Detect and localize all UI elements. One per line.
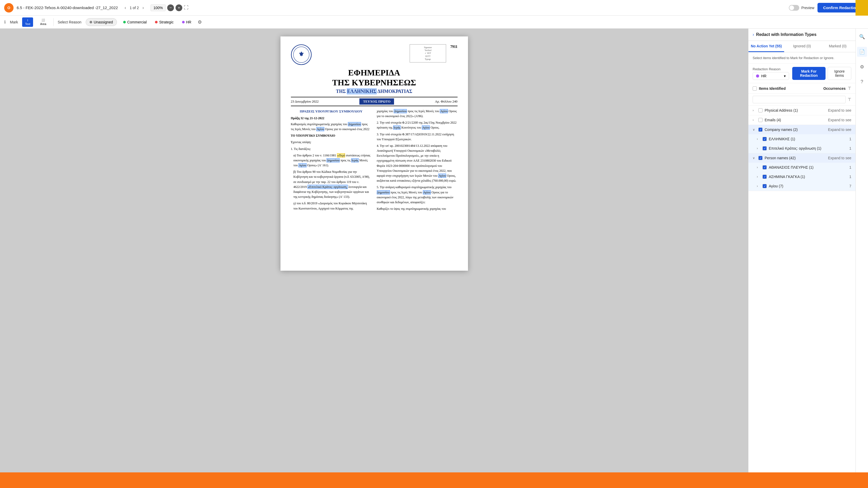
unassigned-pill[interactable]: Unassigned [86,18,117,26]
page-info: 1 of 2 [130,6,139,10]
emails-name: Emails (4) [765,118,826,122]
emails-count: Expand to see [828,118,851,122]
ignore-items-button[interactable]: Ignore Items [828,67,851,80]
chevron-right-icon: › [757,175,761,178]
item-group-person-names: ∨ Person names (42) Expand to see › ΑΘΑΝ… [748,153,856,191]
unassigned-label: Unassigned [94,20,113,24]
preview-switch[interactable] [789,5,799,11]
search-filter-icon[interactable]: ⊤ [848,97,851,102]
search-row: ⊤ [748,94,856,106]
area-tool-button[interactable]: ⬜ Area [37,17,49,27]
physical-address-checkbox[interactable] [758,108,763,112]
list-item[interactable]: › Επιτελικό Κράτος: οργάνωση (1) 1 [748,144,856,153]
document-sidebar-icon[interactable]: 📄 [857,47,867,57]
tab-ignored[interactable]: Ignored (0) [784,41,820,52]
panel-content: › Redact with Information Types No Actio… [748,29,856,473]
hl-ieras: Ιεράς [351,158,359,162]
redaction-reason-group: Redaction Reason HR ▾ [753,67,789,80]
next-page-button[interactable]: › [141,4,145,11]
select-all-checkbox[interactable] [753,87,757,91]
body-right-1: χορηγίας του Δημοσίου προς τις Ιερές Μον… [377,109,458,119]
epiteli-count: 1 [849,146,851,151]
panel-header: › Redact with Information Types [748,29,856,41]
hr-option[interactable]: HR [180,19,193,25]
settings-sidebar-icon[interactable]: ⚙ [858,62,866,72]
list-item[interactable]: › Αγίου (7) 7 [748,182,856,191]
zoom-in-button[interactable]: + [176,4,182,11]
list-item[interactable]: ∨ Company names (2) Expand to see [748,125,856,134]
zoom-control: 100% − + ⛶ [151,4,189,11]
body-left-2: ΤΟ ΥΠΟΥΡΓΙΚΟ ΣΥΜΒΟΥΛΙΟ [291,133,372,138]
tab-no-action[interactable]: No Action Yet (55) [748,41,784,52]
settings-icon[interactable]: ⚙ [198,19,202,25]
list-item[interactable]: › ΑΘΑΝΑΣΙΟΣ ΠΛΕΥΡΗΣ (1) 1 [748,163,856,172]
info-icon[interactable]: ℹ [4,20,6,25]
chevron-right-icon: › [753,118,756,122]
person-names-name: Person names (42) [765,156,826,160]
strategic-option[interactable]: Strategic [153,19,176,25]
company-names-name: Company names (2) [765,128,826,132]
doc-columns: ΠΡΑΞΕΙΣ ΥΠΟΥΡΓΙΚΟΥ ΣΥΜΒΟΥΛΙΟΥ Πράξη 32 τ… [291,109,458,213]
section-title: ΠΡΑΞΕΙΣ ΥΠΟΥΡΓΙΚΟΥ ΣΥΜΒΟΥΛΙΟΥ [291,109,372,114]
secondary-toolbar: ℹ Mark I Text ⬜ Area Select Reason Unass… [0,15,868,29]
help-sidebar-icon[interactable]: ? [858,77,865,87]
person-names-checkbox[interactable] [758,156,763,160]
zoom-out-button[interactable]: − [167,4,174,11]
list-item[interactable]: › Emails (4) Expand to see [748,115,856,125]
doc-header: ⚜ SignatureVerified✓ EETEETTTypogr. 7911 [291,44,458,65]
zoom-display: 100% [151,4,166,11]
redaction-reason-select[interactable]: HR ▾ [753,72,789,80]
filter-icon[interactable]: ⊤ [848,86,851,91]
tab-marked[interactable]: Marked (0) [820,41,856,52]
hl-agiou-1: Αγίου [316,127,324,131]
ellinikes-count: 1 [849,137,851,141]
fullscreen-button[interactable]: ⛶ [184,5,189,10]
bottom-bar [0,473,868,488]
hr-label: HR [186,20,191,24]
list-item[interactable]: › ΕΛΛΗΝΙΚΗΣ (1) 1 [748,134,856,144]
body-right-6: Καθορίζει το ύψος της συμπληρωματικής χο… [377,206,458,212]
athanasios-checkbox[interactable] [763,165,767,169]
text-tool-button[interactable]: I Text [22,18,33,27]
mark-for-redaction-button[interactable]: Mark For Redaction [792,67,826,80]
list-item[interactable]: › Physical Address (1) Expand to see [748,106,856,115]
agiou-count: 7 [849,184,851,188]
commercial-dot [123,21,126,24]
list-item[interactable]: › ΑΣΗΜΙΝΑ ΓΚΑΓΚΑ (1) 1 [748,172,856,182]
expand-panel-icon[interactable]: › [753,32,754,37]
hl-agiou-2: Αγίου [299,163,306,167]
asimina-name: ΑΣΗΜΙΝΑ ΓΚΑΓΚΑ (1) [769,175,847,179]
doc-col-left: ΠΡΑΞΕΙΣ ΥΠΟΥΡΓΙΚΟΥ ΣΥΜΒΟΥΛΙΟΥ Πράξη 32 τ… [291,109,372,213]
commercial-option[interactable]: Commercial [121,19,149,25]
doc-logo: ⚜ [291,44,312,65]
doc-date-bar: 23 Δεκεμβρίου 2022 ΤΕΥΧΟΣ ΠΡΩΤΟ Αρ. Φύλλ… [291,97,458,106]
doc-title-main: ΕΦΗΜΕΡΙΔΑΤΗΣ ΚΥΒΕΡΝΗΣΕΩΣ [291,68,458,88]
panel-title: Redact with Information Types [756,32,816,37]
toolbar-separator [53,18,54,26]
ellinikes-checkbox[interactable] [763,137,767,141]
chevron-right-icon: › [757,137,761,141]
asimina-checkbox[interactable] [763,175,767,179]
hl-agiou-3: Αγίου [440,109,448,113]
person-names-count: Expand to see [828,156,851,160]
prev-page-button[interactable]: ‹ [123,4,128,11]
area-icon: ⬜ [41,19,45,22]
search-sidebar-icon[interactable]: 🔍 [857,32,867,42]
chevron-down-icon: ∨ [753,128,756,131]
list-item[interactable]: ∨ Person names (42) Expand to see [748,153,856,163]
main-content: ⚜ SignatureVerified✓ EETEETTTypogr. 7911… [0,29,868,473]
search-input[interactable] [753,96,846,103]
emails-checkbox[interactable] [758,118,763,122]
body-left-5: α) Του άρθρου 2 του ν. 1166/1981 «Περί σ… [293,153,372,168]
document-area: ⚜ SignatureVerified✓ EETEETTTypogr. 7911… [0,29,748,473]
mark-label: Mark [10,20,18,24]
action-buttons: Mark For Redaction Ignore Items [792,67,851,80]
company-names-checkbox[interactable] [758,128,763,132]
doc-number: 7911 [450,45,457,49]
highlighted-text-1: ΕΛΛΗΝΙΚΗΣ [347,89,377,94]
agiou-checkbox[interactable] [763,184,767,188]
epiteli-checkbox[interactable] [763,146,767,151]
panel-with-icons: › Redact with Information Types No Actio… [748,29,868,473]
hr-reason-value: HR [761,74,767,78]
text-icon: I [27,19,28,22]
